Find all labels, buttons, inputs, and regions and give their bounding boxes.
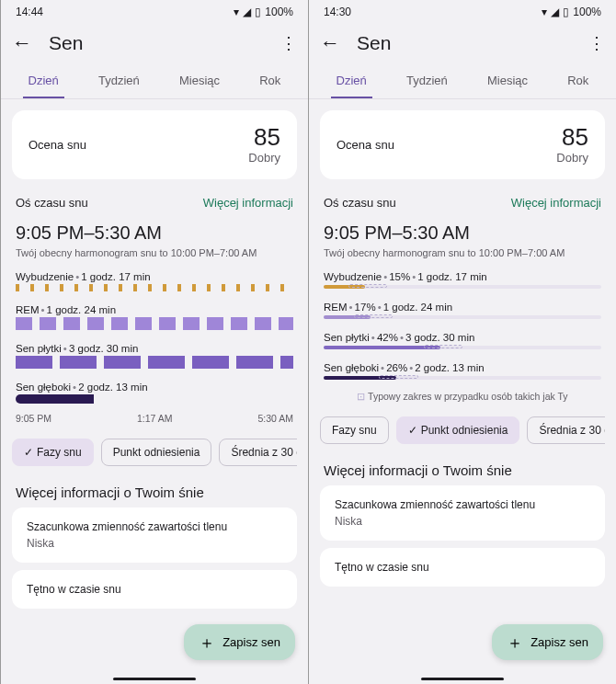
info-card-title: Tętno w czasie snu (27, 583, 282, 596)
chip-1[interactable]: ✓Punkt odniesienia (396, 416, 520, 444)
chip-0[interactable]: Fazy snu (320, 416, 389, 444)
more-title: Więcej informacji o Twoim śnie (324, 462, 601, 478)
timeline-section: Oś czasu snu Więcej informacji 9:05 PM–5… (16, 196, 293, 424)
x-axis: 9:05 PM1:17 AM5:30 AM (16, 413, 293, 424)
stage-row-wake: Wybudzenie•15%•1 godz. 17 min (324, 271, 601, 289)
stage-label: Wybudzenie•15%•1 godz. 17 min (324, 271, 601, 282)
wifi-icon: ▾ (234, 6, 239, 18)
stage-label: REM•1 godz. 24 min (16, 304, 293, 315)
stage-label: REM•17%•1 godz. 24 min (324, 302, 601, 313)
fab-label: Zapisz sen (530, 635, 588, 649)
battery-icon: ▯ (563, 6, 569, 18)
back-icon[interactable]: ← (320, 31, 340, 55)
tab-miesiąc[interactable]: Miesiąc (174, 64, 225, 98)
score-desc: Dobry (248, 151, 280, 165)
page-title: Sen (357, 32, 588, 54)
stage-label: Sen płytki•3 godz. 30 min (16, 343, 293, 354)
bar-deep (324, 376, 601, 380)
bar-wake (324, 285, 601, 289)
tab-dzień[interactable]: Dzień (23, 64, 64, 98)
stage-label: Sen głęboki•26%•2 godz. 13 min (324, 362, 601, 373)
score-label: Ocena snu (29, 138, 86, 152)
check-icon: ✓ (24, 446, 33, 459)
info-card-value: Niska (335, 515, 590, 528)
chip-0[interactable]: ✓Fazy snu (12, 439, 94, 466)
more-title: Więcej informacji o Twoim śnie (16, 484, 293, 500)
bar-rem (324, 315, 601, 319)
tab-tydzień[interactable]: Tydzień (401, 64, 453, 98)
stage-label: Sen płytki•42%•3 godz. 30 min (324, 332, 601, 343)
header: ← Sen ⋮ (309, 18, 616, 64)
axis-tick: 9:05 PM (16, 413, 51, 424)
timeline-track-wake (16, 284, 293, 291)
axis-tick: 1:17 AM (137, 413, 173, 424)
status-icons: ▾ ◢ ▯ 100% (234, 6, 293, 18)
section-title: Oś czasu snu (324, 196, 396, 210)
check-icon: ✓ (408, 424, 417, 437)
signal-icon: ◢ (243, 6, 251, 18)
score-desc: Dobry (556, 151, 588, 165)
page-title: Sen (49, 32, 280, 54)
score-label: Ocena snu (337, 138, 394, 152)
chip-2[interactable]: Średnia z 30 dni (527, 416, 605, 444)
battery-pct: 100% (573, 6, 601, 18)
timeline-track-rem (16, 317, 293, 330)
status-time: 14:30 (324, 6, 351, 18)
score-card: Ocena snu 85 Dobry (12, 110, 297, 179)
info-card-title: Szacunkowa zmienność zawartości tlenu (335, 498, 590, 511)
fab-save[interactable]: ＋ Zapisz sen (492, 624, 603, 660)
status-bar: 14:44 ▾ ◢ ▯ 100% (1, 0, 308, 18)
more-info-link[interactable]: Więcej informacji (203, 196, 293, 210)
tab-dzień[interactable]: Dzień (331, 64, 372, 98)
stage-row-wake: Wybudzenie•1 godz. 17 min (16, 271, 293, 291)
info-card-title: Tętno w czasie snu (335, 561, 590, 574)
stage-row-rem: REM•1 godz. 24 min (16, 304, 293, 330)
time-range: 9:05 PM–5:30 AM (16, 222, 293, 244)
info-card-1[interactable]: Tętno w czasie snu (320, 548, 605, 587)
timeline-track-deep (16, 394, 293, 404)
signal-icon: ◢ (551, 6, 559, 18)
tab-miesiąc[interactable]: Miesiąc (482, 64, 533, 98)
chip-2[interactable]: Średnia z 30 dni (219, 439, 297, 466)
chips: ✓Fazy snuPunkt odniesieniaŚrednia z 30 d… (12, 439, 297, 466)
info-card-value: Niska (27, 537, 282, 550)
score-value: 85 (556, 125, 588, 149)
time-sub: Twój obecny harmonogram snu to 10:00 PM–… (324, 247, 601, 258)
chip-1[interactable]: Punkt odniesienia (101, 439, 212, 466)
fab-label: Zapisz sen (222, 635, 280, 649)
tabs: DzieńTydzieńMiesiącRok (1, 64, 308, 99)
tab-rok[interactable]: Rok (562, 64, 594, 98)
time-sub: Twój obecny harmonogram snu to 10:00 PM–… (16, 247, 293, 258)
info-card-title: Szacunkowa zmienność zawartości tlenu (27, 520, 282, 533)
bar-light (324, 346, 601, 349)
back-icon[interactable]: ← (12, 31, 32, 55)
chips: Fazy snu✓Punkt odniesieniaŚrednia z 30 d… (320, 416, 605, 444)
stage-row-deep: Sen głęboki•2 godz. 13 min (16, 382, 293, 404)
more-info-link[interactable]: Więcej informacji (511, 196, 601, 210)
wifi-icon: ▾ (542, 6, 547, 18)
stage-row-light: Sen płytki•3 godz. 30 min (16, 343, 293, 369)
tab-rok[interactable]: Rok (254, 64, 286, 98)
kebab-icon[interactable]: ⋮ (588, 33, 605, 53)
battery-icon: ▯ (255, 6, 261, 18)
score-card: Ocena snu 85 Dobry (320, 110, 605, 179)
status-time: 14:44 (16, 6, 43, 18)
header: ← Sen ⋮ (1, 18, 308, 64)
fab-save[interactable]: ＋ Zapisz sen (184, 624, 295, 660)
stage-row-deep: Sen głęboki•26%•2 godz. 13 min (324, 362, 601, 380)
info-card-0[interactable]: Szacunkowa zmienność zawartości tlenu Ni… (320, 485, 605, 541)
timeline-section: Oś czasu snu Więcej informacji 9:05 PM–5… (324, 196, 601, 402)
nav-pill (113, 678, 196, 680)
tabs: DzieńTydzieńMiesiącRok (309, 64, 616, 99)
stage-row-light: Sen płytki•42%•3 godz. 30 min (324, 332, 601, 349)
nav-pill (421, 678, 504, 680)
axis-tick: 5:30 AM (257, 413, 293, 424)
range-note: Typowy zakres w przypadku osób takich ja… (324, 391, 601, 402)
tab-tydzień[interactable]: Tydzień (93, 64, 145, 98)
stage-row-rem: REM•17%•1 godz. 24 min (324, 302, 601, 319)
info-card-0[interactable]: Szacunkowa zmienność zawartości tlenu Ni… (12, 507, 297, 563)
kebab-icon[interactable]: ⋮ (280, 33, 297, 53)
stage-label: Sen głęboki•2 godz. 13 min (16, 382, 293, 393)
stage-label: Wybudzenie•1 godz. 17 min (16, 271, 293, 282)
info-card-1[interactable]: Tętno w czasie snu (12, 570, 297, 609)
